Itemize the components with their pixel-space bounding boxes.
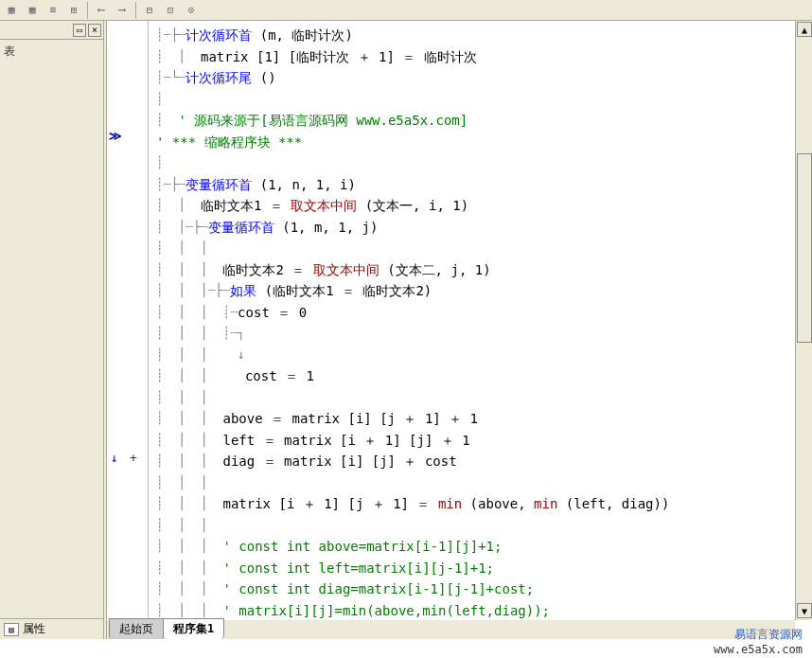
fold-chevron-icon[interactable]: ≫ [109,129,150,143]
code-line[interactable]: ┊ │ │ above ＝ matrix [i] [j ＋ 1] ＋ 1 [156,408,787,430]
editor-area: ≫ ↓ + ┊┄├┄计次循环首 (m, 临时计次)┊ │ matrix [1] … [104,21,812,639]
gutter: ≫ ↓ + [107,21,149,620]
property-icon: ▤ [4,623,19,636]
tab-程序集1[interactable]: 程序集1 [163,618,224,639]
code-line[interactable]: ┊ │ │ 临时文本2 ＝ 取文本中间 (文本二, j, 1) [156,259,787,281]
code-line[interactable]: ┊ ' 源码来源于[易语言源码网 www.e5a5x.com] [156,110,787,132]
toolbar: ▦ ▦ ≡ ⊞ ⟵ ⟶ ⊟ ⊡ ⊙ [0,0,812,21]
code-line[interactable]: ┊ │ │ [156,515,787,537]
editor-tabs: 起始页程序集1 [109,620,223,639]
tool-btn-3[interactable]: ≡ [44,1,62,20]
code-line[interactable]: ┊ │ matrix [1] [临时计次 ＋ 1] ＝ 临时计次 [156,46,787,68]
watermark: 易语言资源网 www.e5a5x.com [714,627,803,656]
tool-btn-1[interactable]: ▦ [2,1,21,20]
left-panel: ▭ × 表 ▤ 属性 [0,21,104,639]
code-line[interactable]: ┊┄└┄计次循环尾 () [156,67,787,89]
scroll-thumb[interactable] [797,153,812,343]
code-line[interactable]: ┊ │ │ ↓ [156,345,787,366]
code-line[interactable]: ┊ │ │ ' const int left=matrix[i][j-1]+1; [156,558,787,579]
code-line[interactable]: ┊ │ │ [156,387,787,409]
code-line[interactable]: ┊ │ │ ┊┄┐ [156,323,787,345]
tool-btn-2[interactable]: ▦ [23,1,42,20]
code-line[interactable]: ┊┄├┄变量循环首 (1, n, 1, i) [156,174,787,196]
tool-btn-4[interactable]: ⊞ [64,1,83,20]
code-line[interactable]: ┊ │ │ cost ＝ 1 [156,365,787,387]
tool-btn-5[interactable]: ⟵ [92,1,111,20]
code-line[interactable]: ┊ │ │ [156,238,787,259]
code-line[interactable]: ┊ │ │ ' const int diag=matrix[i-1][j-1]+… [156,578,787,600]
code-line[interactable]: ┊ │ │ matrix [i ＋ 1] [j ＋ 1] ＝ min (abov… [156,493,787,515]
vertical-scrollbar[interactable]: ▲ ▼ [795,21,812,620]
code-editor[interactable]: ┊┄├┄计次循环首 (m, 临时计次)┊ │ matrix [1] [临时计次 … [149,21,795,620]
code-line[interactable]: ┊┄├┄计次循环首 (m, 临时计次) [156,25,787,46]
code-line[interactable]: ┊ │ │ ' matrix[i][j]=min(above,min(left,… [156,600,787,622]
tool-btn-6[interactable]: ⟶ [113,1,132,20]
panel-header: ▭ × [0,21,103,40]
code-line[interactable]: ┊ │ │ [156,472,787,494]
watermark-url: www.e5a5x.com [714,643,803,656]
property-tab-label: 属性 [23,621,45,637]
panel-minimize-icon[interactable]: ▭ [73,24,86,37]
toolbar-separator [87,2,88,19]
tool-btn-8[interactable]: ⊡ [161,1,180,20]
code-line[interactable]: ┊ [156,152,787,174]
code-line[interactable]: ┊ │ 临时文本1 ＝ 取文本中间 (文本一, i, 1) [156,195,787,217]
code-line[interactable]: ┊ │ │ ' const int above=matrix[i-1][j]+1… [156,536,787,558]
panel-hint: 表 [4,44,15,58]
scroll-down-icon[interactable]: ▼ [797,603,812,618]
tool-btn-7[interactable]: ⊟ [140,1,159,20]
scroll-up-icon[interactable]: ▲ [797,22,812,37]
panel-close-icon[interactable]: × [88,24,101,37]
code-line[interactable]: ┊ │ │ diag ＝ matrix [i] [j] ＋ cost [156,451,787,472]
tool-btn-9[interactable]: ⊙ [182,1,201,20]
property-tab[interactable]: ▤ 属性 [0,618,103,639]
code-line[interactable]: ┊ │ │ ┊┄cost ＝ 0 [156,302,787,324]
code-line[interactable]: ┊ │┄├┄变量循环首 (1, m, 1, j) [156,217,787,239]
main-area: ▭ × 表 ▤ 属性 ≫ ↓ + ┊┄├┄计次循环首 (m, 临时计次)┊ │ … [0,21,812,639]
code-container: ≫ ↓ + ┊┄├┄计次循环首 (m, 临时计次)┊ │ matrix [1] … [106,21,812,639]
code-line[interactable]: ┊ │ │ left ＝ matrix [i ＋ 1] [j] ＋ 1 [156,430,787,452]
code-line[interactable]: ' *** 缩略程序块 *** [156,132,787,153]
code-line[interactable]: ┊ [156,89,787,111]
code-line[interactable]: ┊ │ │┄├┄如果 (临时文本1 ＝ 临时文本2) [156,280,787,302]
tab-起始页[interactable]: 起始页 [109,618,164,639]
panel-body: 表 [0,40,103,63]
toolbar-separator [135,2,136,19]
watermark-cn: 易语言资源网 [734,628,803,641]
